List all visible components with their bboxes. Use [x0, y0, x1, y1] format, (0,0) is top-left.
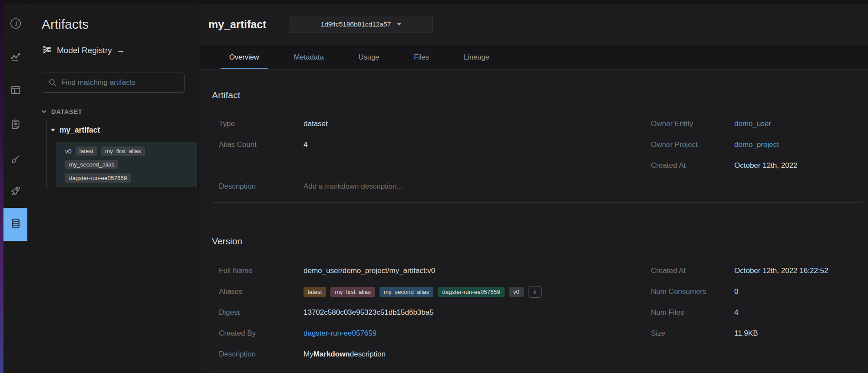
tree-group-label: DATASET [51, 108, 82, 115]
field-value: 11.9KB [734, 329, 862, 338]
svg-text:i: i [15, 20, 17, 27]
overview-content: Artifact Type dataset Owner Entity demo_… [200, 89, 868, 370]
artifacts-rail-item-active[interactable] [3, 208, 27, 241]
add-alias-button[interactable]: + [528, 286, 542, 298]
version-section-heading: Version [212, 235, 862, 248]
field-label: Aliases [219, 287, 304, 296]
model-registry-label: Model Registry [57, 46, 112, 55]
tab-metadata[interactable]: Metadata [285, 45, 333, 69]
created-by-run-link[interactable]: dagster-run-ee057659 [304, 329, 376, 338]
tree-version-row: dagster-run-ee057659 [59, 171, 194, 185]
info-row: Digest 13702c580c03e95323c51db15d6b3ba5 … [212, 302, 862, 323]
tree-alias-tag: dagster-run-ee057659 [65, 173, 131, 183]
field-label: Owner Entity [651, 120, 734, 128]
tree-guide-line [46, 120, 47, 188]
sweeps-brush-icon[interactable] [3, 150, 27, 169]
info-row: Description Add a markdown description..… [212, 176, 862, 197]
alias-chip-list: latest my_first_alias my_second_alias da… [304, 286, 651, 298]
field-label: Description [219, 350, 304, 359]
field-value: 13702c580c03e95323c51db15d6b3ba5 [304, 308, 651, 317]
artifact-section-heading: Artifact [212, 89, 862, 102]
search-input[interactable] [61, 78, 178, 87]
field-label: Full Name [219, 266, 304, 275]
model-registry-link[interactable]: Model Registry → [42, 45, 198, 56]
search-icon [48, 78, 57, 87]
artifact-header: my_artifact 1d9ffc5186b81cd12a57 [200, 4, 868, 45]
arrow-right-icon: → [117, 46, 125, 55]
field-value: 0 [734, 287, 862, 296]
tree-version-row: v0 latest my_first_alias [59, 144, 194, 158]
reports-clipboard-icon[interactable] [3, 115, 27, 133]
description-editor[interactable]: Add a markdown description... [304, 182, 651, 191]
info-icon[interactable]: i [3, 14, 27, 33]
model-registry-icon [42, 44, 52, 57]
field-label: Alias Count [219, 140, 304, 149]
field-label: Num Files [651, 308, 734, 317]
version-dropdown[interactable]: 1d9ffc5186b81cd12a57 [289, 16, 433, 33]
tab-usage[interactable]: Usage [350, 45, 388, 69]
tab-files[interactable]: Files [405, 45, 438, 69]
tree-artifact-label: my_artifact [59, 126, 100, 135]
field-value: October 12th, 2022 16:22:52 [734, 266, 862, 275]
field-value: 4 [304, 140, 651, 149]
field-value: demo_user/demo_project/my_artifact:v0 [304, 266, 651, 275]
info-row: Description My Markdown description [212, 344, 862, 365]
launch-rocket-icon[interactable] [3, 182, 27, 200]
tree-alias-tag: my_second_alias [65, 160, 118, 169]
page-title: Artifacts [28, 4, 198, 33]
tab-lineage[interactable]: Lineage [455, 45, 498, 69]
alias-chip[interactable]: dagster-run-ee057659 [438, 287, 505, 297]
field-value: October 12th, 2022 [734, 161, 862, 170]
tree-alias-tag: latest [76, 147, 97, 156]
tree-version-row: my_second_alias [59, 158, 194, 171]
field-value: 4 [734, 308, 862, 317]
artifact-search[interactable] [42, 73, 185, 93]
field-label: Size [651, 329, 734, 338]
alias-chip[interactable]: latest [304, 287, 326, 297]
database-icon [9, 217, 22, 232]
main-panel: my_artifact 1d9ffc5186b81cd12a57 Overvie… [200, 4, 868, 373]
field-label: Created At [651, 266, 734, 275]
artifact-title: my_artifact [208, 18, 266, 31]
field-label: Num Consumers [651, 287, 734, 296]
nav-rail: i [3, 4, 27, 373]
tree-group-dataset[interactable]: DATASET [41, 107, 198, 116]
field-label: Created By [219, 329, 304, 338]
owner-entity-link[interactable]: demo_user [734, 120, 771, 128]
info-row: Full Name demo_user/demo_project/my_arti… [212, 260, 862, 281]
version-description: My Markdown description [304, 350, 651, 359]
app-window: i [0, 0, 868, 373]
chevron-down-icon [41, 109, 47, 114]
version-id: 1d9ffc5186b81cd12a57 [321, 20, 391, 28]
owner-project-link[interactable]: demo_project [734, 140, 779, 149]
charts-icon[interactable] [3, 48, 27, 66]
field-label: Digest [219, 308, 304, 317]
alias-chip[interactable]: my_first_alias [330, 287, 375, 297]
field-label: Description [219, 182, 304, 191]
window-top-edge [3, 0, 868, 4]
artifacts-sidebar: Artifacts Model Registry → [28, 4, 199, 373]
info-row: Created At October 12th, 2022 [212, 155, 862, 176]
alias-chip[interactable]: v0 [509, 287, 524, 297]
tab-overview[interactable]: Overview [221, 45, 268, 69]
field-label: Created At [651, 161, 734, 170]
version-number: v0 [65, 148, 72, 155]
alias-chip[interactable]: my_second_alias [380, 287, 433, 297]
field-value: dataset [304, 120, 651, 128]
tree-version-v0-selected[interactable]: v0 latest my_first_alias my_second_alias… [56, 142, 197, 187]
brand-gradient-strip [0, 0, 3, 373]
info-row: Created By dagster-run-ee057659 Size 11.… [212, 323, 862, 344]
tables-icon[interactable] [3, 81, 27, 99]
artifact-info-box: Type dataset Owner Entity demo_user Alia… [212, 108, 862, 203]
info-row: Alias Count 4 Owner Project demo_project [212, 134, 862, 155]
version-info-box: Full Name demo_user/demo_project/my_arti… [212, 255, 862, 370]
field-label: Owner Project [651, 140, 734, 149]
tree-alias-tag: my_first_alias [101, 147, 145, 156]
info-row: Type dataset Owner Entity demo_user [212, 113, 862, 134]
triangle-down-icon [51, 129, 55, 132]
field-label: Type [219, 120, 304, 128]
caret-down-icon [397, 23, 401, 26]
tree-item-my-artifact[interactable]: my_artifact [51, 125, 198, 136]
tab-bar: Overview Metadata Usage Files Lineage [200, 45, 868, 70]
info-row: Aliases latest my_first_alias my_second_… [212, 281, 862, 302]
